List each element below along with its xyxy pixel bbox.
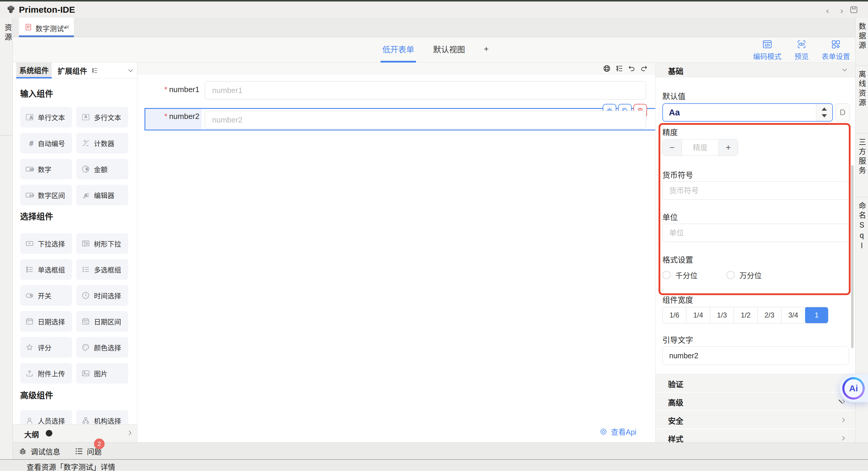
panel-list-icon[interactable] (91, 67, 98, 74)
inspector-section-row[interactable]: 验证 (656, 374, 855, 393)
component-card[interactable]: 数字区间 (20, 185, 72, 205)
component-card[interactable]: 日期区间 (76, 311, 128, 332)
component-card[interactable]: 开关 (20, 285, 72, 306)
stepper-plus-button[interactable]: + (718, 140, 738, 156)
top-action-label: 预览 (795, 51, 809, 61)
right-rail-tab[interactable]: 三方服务 (856, 133, 868, 197)
form-header-row: 低开表单默认视图+ 编码模式 预览 表单设置 (13, 37, 855, 63)
right-rail-tab-label: 离线资源 (857, 70, 867, 133)
component-card[interactable]: 金额 (76, 159, 128, 179)
field-input-number1[interactable] (205, 81, 646, 99)
width-option[interactable]: 1/4 (686, 307, 710, 323)
top-action-button[interactable]: 编码模式 (753, 39, 781, 61)
outline-footer[interactable]: 大纲 (13, 425, 137, 442)
title-bar: Primeton-IDE ‹ › (0, 1, 868, 18)
stepper-minus-button[interactable]: − (663, 140, 682, 156)
component-icon (25, 239, 34, 248)
chevron-right-icon (840, 416, 847, 424)
inspector-section-row[interactable]: 样式 (656, 429, 855, 442)
top-action-button[interactable]: 表单设置 (822, 39, 850, 61)
right-rail-tab[interactable]: 命名Sql (856, 197, 868, 268)
undo-icon[interactable] (627, 64, 636, 73)
panel-tab-extension[interactable]: 扩展组件 (55, 63, 90, 78)
component-card[interactable]: 日期选择 (20, 311, 72, 332)
view-tab[interactable]: 默认视图 (431, 37, 467, 63)
nav-forward-button[interactable]: › (837, 6, 847, 15)
tab-close-icon[interactable]: × (65, 23, 70, 32)
width-option[interactable]: 3/4 (781, 307, 805, 323)
default-value-label: 默认值 (662, 90, 685, 101)
component-card[interactable]: 机构选择 (76, 410, 128, 425)
inspector-section-row[interactable]: 高级 (656, 393, 855, 411)
format-radio-option[interactable]: 万分位 (726, 270, 762, 280)
info-icon[interactable] (45, 429, 53, 437)
component-card[interactable]: 树形下拉 (76, 233, 128, 254)
view-tab[interactable]: 低开表单 (380, 37, 416, 63)
document-tab[interactable]: 数字测试* × (19, 18, 74, 37)
width-option[interactable]: 2/3 (758, 307, 781, 323)
right-rail-tab[interactable]: 离线资源 (856, 66, 868, 133)
i18n-globe-icon[interactable] (603, 64, 611, 73)
redo-icon[interactable] (640, 64, 648, 73)
document-icon (24, 23, 32, 31)
spinner-up-icon[interactable] (822, 107, 827, 111)
component-card[interactable]: 颜色选择 (76, 337, 128, 358)
panel-tab-system[interactable]: 系统组件 (16, 63, 52, 78)
outline-expand-chevron-icon[interactable] (126, 429, 133, 436)
width-option[interactable]: 1/6 (663, 307, 686, 323)
component-card[interactable]: 时间选择 (76, 285, 128, 306)
nav-back-button[interactable]: ‹ (823, 6, 833, 15)
ai-gradient-ring: Ai (842, 377, 865, 400)
component-card[interactable]: 多选框组 (76, 259, 128, 280)
width-option[interactable]: 1/2 (734, 307, 757, 323)
save-icon[interactable] (849, 5, 859, 14)
dynamic-value-button[interactable]: D (835, 103, 850, 122)
inspector-scrollbar[interactable] (851, 165, 854, 348)
precision-input[interactable] (682, 140, 718, 156)
view-api-link[interactable]: 查看Api (599, 426, 637, 437)
outline-tree-icon[interactable] (615, 64, 623, 73)
collapse-chevron-icon[interactable] (841, 66, 848, 73)
component-card[interactable]: 单选框组 (20, 259, 72, 280)
section-row-label: 安全 (668, 415, 683, 426)
width-option[interactable]: 1/3 (710, 307, 734, 323)
component-width-group: 1/61/41/31/22/33/41 (662, 307, 829, 324)
inspector-section-row[interactable]: 安全 (656, 411, 855, 429)
unit-label: 单位 (662, 211, 678, 222)
view-tab[interactable]: + (482, 37, 490, 63)
component-card[interactable]: 附件上传 (20, 363, 72, 384)
component-card[interactable]: 人员选择 (20, 410, 72, 425)
app-title: Primeton-IDE (19, 5, 75, 15)
radio-circle-icon[interactable] (726, 271, 735, 279)
component-card[interactable]: 单行文本 (20, 107, 72, 128)
issues-count-badge: 2 (94, 439, 104, 449)
component-card[interactable]: 多行文本 (76, 107, 128, 128)
currency-input[interactable] (662, 181, 849, 200)
component-width-label: 组件宽度 (662, 294, 693, 305)
component-card[interactable]: 下拉选择 (20, 233, 72, 254)
unit-input[interactable] (662, 224, 849, 242)
component-card[interactable]: 计数器 (76, 133, 128, 154)
component-grid-select: 下拉选择 树形下拉 单选框组 多选框组 开关 时间选择 (20, 233, 128, 384)
component-card[interactable]: 编辑器 (76, 185, 128, 205)
default-value-input[interactable] (663, 104, 823, 121)
spinner-down-icon[interactable] (822, 114, 827, 117)
debug-info-item[interactable]: 调试信息 (18, 446, 60, 457)
section-title-advanced: 高级组件 (20, 389, 53, 401)
radio-circle-icon[interactable] (662, 271, 671, 279)
panel-collapse-chevron-icon[interactable] (127, 67, 134, 74)
right-rail-tab[interactable]: 数据源 (856, 18, 868, 66)
component-card[interactable]: 图片 (76, 363, 128, 384)
section-title-input: 输入组件 (20, 87, 53, 99)
top-action-button[interactable]: 预览 (795, 39, 809, 61)
ai-assistant-button[interactable]: Ai (840, 374, 868, 402)
format-radio-option[interactable]: 千分位 (662, 270, 698, 280)
field-input-number2[interactable] (205, 111, 646, 129)
left-rail-tab-resources[interactable]: 资源 (2, 24, 13, 42)
component-card[interactable]: 自动编号 (20, 133, 72, 154)
guide-text-input[interactable] (662, 346, 849, 365)
component-card[interactable]: 数字 (20, 159, 72, 179)
component-card[interactable]: 评分 (20, 337, 72, 358)
width-option[interactable]: 1 (805, 307, 829, 324)
inspector-header-basic[interactable]: 基础 (656, 63, 855, 77)
